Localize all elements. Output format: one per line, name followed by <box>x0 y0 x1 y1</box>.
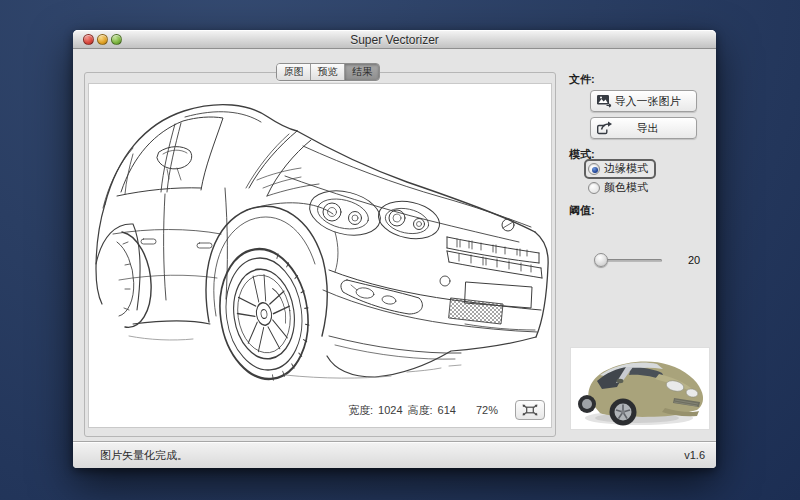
vectorized-car-drawing <box>89 84 553 429</box>
canvas-groupbox: 宽度: 1024 高度: 614 72% <box>84 72 556 437</box>
radio-edge-mode[interactable]: 边缘模式 <box>584 159 656 179</box>
view-tabs: 原图 预览 结果 <box>276 63 380 81</box>
import-image-icon <box>596 94 613 108</box>
fit-button[interactable] <box>515 400 545 420</box>
file-section-label: 文件: <box>569 72 595 87</box>
source-image-thumbnail <box>570 347 710 430</box>
height-value: 614 <box>438 404 456 416</box>
slider-knob[interactable] <box>594 253 608 267</box>
import-image-button[interactable]: 导入一张图片 <box>590 90 697 112</box>
tab-result[interactable]: 结果 <box>345 64 379 80</box>
window-title: Super Vectorizer <box>73 33 716 47</box>
source-car-photo <box>571 348 710 430</box>
height-label: 高度: <box>408 403 433 418</box>
threshold-slider[interactable] <box>596 259 662 262</box>
threshold-value: 20 <box>688 254 700 266</box>
color-mode-label: 颜色模式 <box>604 180 648 195</box>
fit-to-window-icon <box>522 404 538 416</box>
width-label: 宽度: <box>348 403 373 418</box>
zoom-percent: 72% <box>476 404 498 416</box>
import-image-label: 导入一张图片 <box>613 94 682 109</box>
status-message: 图片矢量化完成。 <box>100 448 188 463</box>
export-button[interactable]: 导出 <box>590 117 697 139</box>
version-label: v1.6 <box>684 449 705 461</box>
tab-preview[interactable]: 预览 <box>311 64 345 80</box>
radio-color-mode[interactable]: 颜色模式 <box>588 180 648 195</box>
result-canvas[interactable]: 宽度: 1024 高度: 614 72% <box>88 83 552 428</box>
statusbar: 图片矢量化完成。 v1.6 <box>73 441 716 468</box>
app-window: Super Vectorizer <box>73 30 716 468</box>
edge-mode-label: 边缘模式 <box>604 161 648 176</box>
width-value: 1024 <box>378 404 402 416</box>
radio-selected-icon <box>588 163 600 175</box>
threshold-slider-row: 20 <box>596 254 700 266</box>
export-icon <box>596 121 613 135</box>
radio-unselected-icon <box>588 182 600 194</box>
export-label: 导出 <box>613 121 682 136</box>
titlebar[interactable]: Super Vectorizer <box>73 30 716 49</box>
tab-original[interactable]: 原图 <box>277 64 311 80</box>
threshold-section-label: 阈值: <box>569 203 595 218</box>
